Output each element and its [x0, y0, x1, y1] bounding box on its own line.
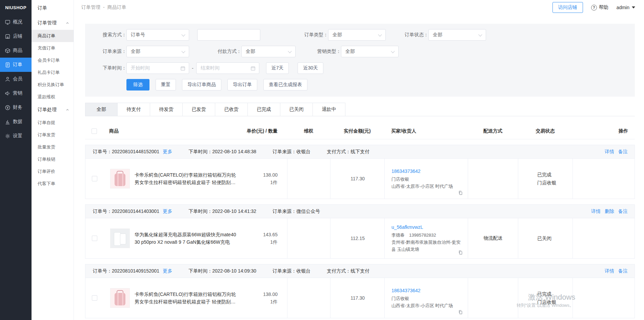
copy-address-icon[interactable] [458, 250, 463, 255]
submenu-item-label: 积分兑换订单 [38, 82, 64, 88]
submenu-item-points-orders[interactable]: 积分兑换订单 [32, 79, 74, 91]
tab-shipped[interactable]: 已发货 [183, 103, 215, 116]
marketing-type-select[interactable]: 全部 [341, 46, 399, 57]
buyer-link[interactable]: 18634373642 [391, 168, 462, 175]
sidebar-item-label: 店铺 [13, 33, 22, 39]
detail-link[interactable]: 详情 [605, 268, 614, 274]
copy-address-icon[interactable] [458, 190, 463, 195]
overview-icon [5, 19, 11, 25]
order-source: 订单来源：收银台 [273, 149, 310, 155]
sidebar-item-marketing[interactable]: 营销 [0, 86, 32, 100]
submenu-item-self-pickup[interactable]: 订单自提 [32, 117, 74, 129]
sidebar-item-finance[interactable]: 财务 [0, 100, 32, 115]
keyword-input[interactable] [197, 29, 260, 41]
submenu-item-order-review[interactable]: 订单评价 [32, 165, 74, 178]
product-image [110, 288, 130, 308]
order-source-select[interactable]: 全部 [126, 46, 189, 57]
submenu-item-goods-orders[interactable]: 商品订单 [32, 30, 74, 42]
submenu-group-order-manage[interactable]: 订单管理 [32, 16, 74, 30]
visit-shop-button[interactable]: 访问店铺 [552, 2, 583, 13]
quantity: 1件 [240, 179, 278, 186]
detail-link[interactable]: 详情 [605, 149, 614, 155]
export-order-button[interactable]: 导出订单 [227, 79, 257, 91]
sub-sidebar-title: 订单 [32, 0, 74, 16]
submenu-group-order-process[interactable]: 订单处理 [32, 103, 74, 117]
more-link[interactable]: 更多 [163, 208, 172, 214]
submenu-item-order-verify[interactable]: 订单核销 [32, 153, 74, 165]
sidebar-item-members[interactable]: 会员 [0, 72, 32, 86]
end-date-input[interactable]: 结束时间 [196, 62, 259, 74]
tab-received[interactable]: 已收货 [215, 103, 248, 116]
view-report-button[interactable]: 查看已生成报表 [263, 79, 307, 91]
sidebar-item-settings[interactable]: 设置 [0, 129, 32, 143]
submenu-item-proxy-order[interactable]: 代客下单 [32, 178, 74, 190]
order-pay-label: 支付方式： [327, 268, 350, 274]
submenu-item-label: 订单自提 [38, 120, 55, 126]
order-type-label: 订单类型： [304, 32, 328, 38]
status-cell: 已关闭 [518, 218, 573, 258]
order-time: 下单时间：2022-08-10 14:48:38 [188, 149, 256, 155]
order-status-select[interactable]: 全部 [428, 29, 486, 41]
order-number-value: 202208101409152001 [112, 268, 159, 274]
trade-status: 已完成 [537, 290, 572, 298]
submenu-item-giftcard-orders[interactable]: 礼品卡订单 [32, 66, 74, 79]
row-checkbox[interactable] [92, 176, 97, 181]
submenu-item-order-delivery[interactable]: 订单发货 [32, 129, 74, 141]
sidebar-item-data[interactable]: 数据 [0, 115, 32, 129]
more-link[interactable]: 更多 [163, 149, 172, 154]
paid-amount: 117.30 [330, 278, 385, 318]
start-date-input[interactable]: 开始时间 [126, 62, 189, 74]
export-order-goods-button[interactable]: 导出订单商品 [182, 79, 221, 91]
select-all-checkbox[interactable] [92, 128, 97, 134]
filter-button[interactable]: 筛选 [126, 79, 149, 91]
tab-all[interactable]: 全部 [85, 103, 118, 116]
sidebar-item-orders[interactable]: 订单 [0, 58, 32, 72]
sidebar-item-overview[interactable]: 概况 [0, 15, 32, 29]
tab-refunding[interactable]: 退款中 [313, 103, 345, 116]
remark-link[interactable]: 备注 [618, 268, 628, 274]
sidebar-item-shop[interactable]: 店铺 [0, 29, 32, 43]
search-type-select[interactable]: 订单号 [126, 29, 189, 41]
pay-type-select[interactable]: 全部 [241, 46, 296, 57]
reset-button[interactable]: 重置 [156, 79, 176, 91]
remark-link[interactable]: 备注 [618, 208, 628, 215]
column-header-delivery: 配送方式 [468, 128, 518, 134]
date-placeholder: 结束时间 [201, 65, 220, 71]
submenu-item-recharge-orders[interactable]: 充值订单 [32, 42, 74, 54]
tab-closed[interactable]: 已关闭 [280, 103, 313, 116]
submenu-item-batch-delivery[interactable]: 批量发货 [32, 141, 74, 153]
buyer-name: 李德春 13985782832 [391, 232, 462, 239]
order-type-select[interactable]: 全部 [328, 29, 386, 41]
sidebar-item-goods[interactable]: 商品 [0, 43, 32, 58]
tab-pending-shipment[interactable]: 待发货 [150, 103, 183, 116]
chevron-down-icon [378, 33, 382, 36]
remark-link[interactable]: 备注 [618, 149, 628, 155]
more-link[interactable]: 更多 [163, 268, 172, 274]
buyer-link[interactable]: u_56afkmvwzL [391, 224, 462, 231]
delete-link[interactable]: 删除 [605, 208, 614, 215]
help-label: 帮助 [599, 4, 608, 11]
submenu-item-refund[interactable]: 退款维权 [32, 91, 74, 103]
product-image [110, 228, 130, 248]
search-type-label: 搜索方式： [99, 32, 126, 38]
buyer-link[interactable]: 18634373642 [391, 287, 462, 294]
copy-address-icon[interactable] [458, 309, 463, 315]
product-title: 卡帝乐鳄鱼(CARTELO)行李箱旅行箱铝框万向轮男女学生拉杆箱密码箱登机箱皮箱… [135, 171, 237, 186]
operations-cell [573, 278, 635, 318]
last-7-days-button[interactable]: 近7天 [266, 62, 289, 74]
order-source-value: 收银台 [296, 149, 310, 154]
order-source-label: 订单来源： [273, 149, 296, 154]
row-checkbox[interactable] [92, 295, 97, 301]
detail-link[interactable]: 详情 [591, 208, 601, 215]
tab-pending-payment[interactable]: 待支付 [118, 103, 150, 116]
tab-completed[interactable]: 已完成 [248, 103, 280, 116]
row-checkbox[interactable] [92, 236, 97, 241]
submenu-item-membercard-orders[interactable]: 会员卡订单 [32, 54, 74, 66]
last-30-days-button[interactable]: 近30天 [298, 62, 323, 74]
shop-icon [5, 34, 11, 39]
trade-status-detail: 门店收银 [537, 298, 572, 306]
chevron-down-icon [288, 49, 291, 53]
main-sidebar: NIUSHOP 概况 店铺 商品 订单 会员 营销 财务 [0, 0, 32, 320]
user-menu[interactable]: admin [617, 5, 635, 10]
help-button[interactable]: ? 帮助 [591, 4, 608, 11]
